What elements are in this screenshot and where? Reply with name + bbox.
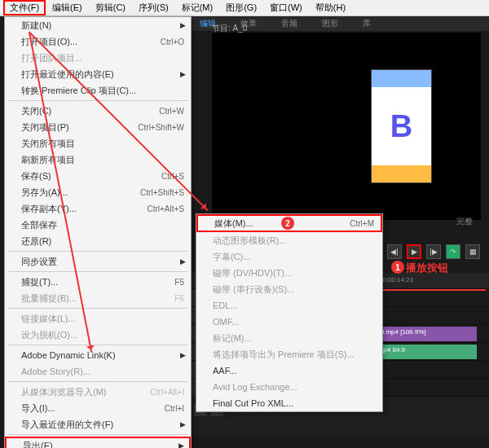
transport-controls: ◀| ▶ |▶ ↷ ▦ (387, 244, 480, 259)
next-frame-button[interactable]: |▶ (426, 244, 441, 259)
menu-item: Adobe Story(R)... (5, 363, 191, 380)
menu-edit[interactable]: 编辑(E) (46, 0, 89, 15)
menu-help[interactable]: 帮助(H) (309, 0, 352, 15)
menu-item[interactable]: 打开最近使用的内容(E)▶ (5, 66, 191, 82)
menu-item: 设为脱机(O)... (5, 327, 191, 343)
menu-item: EDL... (196, 297, 382, 314)
menu-item: 批量捕捉(B)...F6 (5, 290, 191, 306)
preview-content: B (390, 109, 412, 144)
menu-item[interactable]: 新建(N)▶ (5, 17, 191, 33)
menu-sequence[interactable]: 序列(S) (132, 0, 175, 15)
menu-window[interactable]: 窗口(W) (263, 0, 309, 15)
prev-frame-button[interactable]: ◀| (387, 244, 402, 259)
menu-item[interactable]: 同步设置▶ (5, 253, 191, 270)
menu-item[interactable]: 关闭所有项目 (5, 135, 191, 152)
menu-item[interactable]: Final Cut Pro XML... (196, 395, 382, 411)
menubar: 文件(F) 编辑(E) 剪辑(C) 序列(S) 标记(M) 图形(G) 窗口(W… (0, 0, 489, 16)
menu-item: 从媒体浏览器导入(M)Ctrl+Alt+I (5, 384, 191, 400)
jump-button[interactable]: ↷ (446, 244, 460, 259)
play-button[interactable]: ▶ (407, 244, 421, 259)
tab-graphics[interactable]: 图形 (322, 18, 338, 29)
menu-item[interactable]: 捕捉(T)...F5 (5, 274, 191, 290)
menu-item[interactable]: 全部保存 (5, 217, 191, 233)
menu-item[interactable]: Adobe Dynamic Link(K)▶ (5, 347, 191, 363)
fit-label[interactable]: 完整 (456, 216, 473, 227)
menu-item[interactable]: 关闭项目(P)Ctrl+Shift+W (5, 119, 191, 135)
menu-item: 链接媒体(L)... (5, 310, 191, 327)
program-monitor (212, 33, 481, 220)
menu-item: 字幕(C)... (196, 248, 382, 265)
menu-item[interactable]: 关闭(C)Ctrl+W (5, 103, 191, 119)
menu-graphics[interactable]: 图形(G) (219, 0, 263, 15)
menu-clip[interactable]: 剪辑(C) (89, 0, 132, 15)
menu-item[interactable]: 还原(R) (5, 233, 191, 249)
menu-file[interactable]: 文件(F) (3, 0, 46, 15)
menu-item: 将选择项导出为 Premiere 项目(S)... (196, 346, 382, 362)
annotation-marker-2: 2 (281, 217, 294, 230)
annotation-text-1: 播放按钮 (406, 261, 448, 275)
menu-item[interactable]: 导出(E)▶ (5, 437, 191, 448)
menu-item: OMF... (196, 314, 382, 330)
timeline-clip[interactable]: A_0.mp4 [106.9%] (371, 327, 477, 341)
ruler-tick: 00:00:14:23 (379, 276, 413, 283)
annotation-marker-1: 1 (391, 261, 404, 274)
timeline-clip[interactable]: 0.mp4 84.9 (371, 345, 477, 359)
menu-item: 磁带 (串行设备)(S)... (196, 281, 382, 297)
menu-item[interactable]: 保存副本(Y)...Ctrl+Alt+S (5, 200, 191, 217)
file-dropdown-menu: 新建(N)▶打开项目(O)...Ctrl+O打开团队项目...打开最近使用的内容… (4, 16, 192, 448)
menu-item[interactable]: 另存为(A)...Ctrl+Shift+S (5, 184, 191, 200)
menu-item: Avid Log Exchange... (196, 379, 382, 395)
export-frame-button[interactable]: ▦ (465, 244, 480, 259)
preview-frame: B (371, 69, 432, 183)
menu-item[interactable]: 导入(I)...Ctrl+I (5, 400, 191, 416)
menu-item: 动态图形模板(R)... (196, 232, 382, 248)
menu-marker[interactable]: 标记(M) (175, 0, 220, 15)
menu-item[interactable]: 保存(S)Ctrl+S (5, 168, 191, 184)
menu-item: 标记(M)... (196, 330, 382, 346)
menu-item[interactable]: AAF... (196, 362, 382, 379)
menu-item[interactable]: 转换 Premiere Clip 项目(C)... (5, 82, 191, 99)
menu-item[interactable]: 导入最近使用的文件(F)▶ (5, 416, 191, 433)
export-submenu: 媒体(M)...Ctrl+M动态图形模板(R)...字幕(C)...磁带 (DV… (196, 213, 383, 412)
tab-library[interactable]: 库 (363, 18, 371, 29)
menu-item: 磁带 (DV/HDV)(T)... (196, 265, 382, 281)
tab-audio[interactable]: 音频 (281, 18, 297, 29)
